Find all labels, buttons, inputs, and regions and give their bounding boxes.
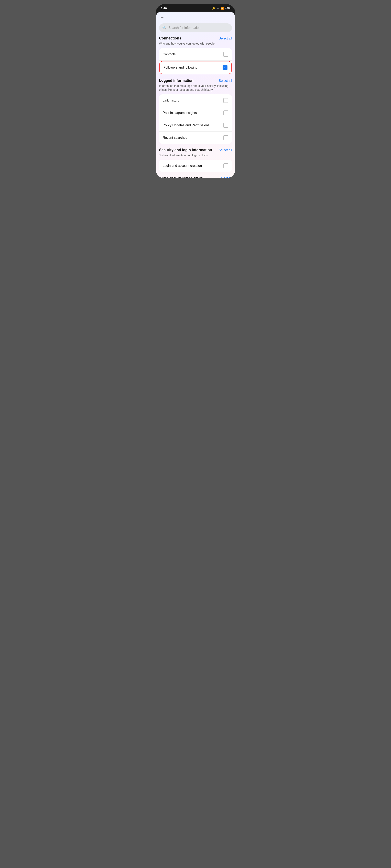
back-button[interactable]: ←	[156, 11, 168, 22]
apps-websites-title: Apps and websites off of Instagram	[159, 176, 208, 178]
logged-desc: Information that Meta logs about your ac…	[159, 84, 232, 92]
signal-icon: 📶	[221, 7, 224, 10]
security-header: Security and login information Select al…	[159, 148, 232, 152]
contacts-checkbox[interactable]	[223, 52, 228, 57]
recent-searches-checkbox[interactable]	[223, 135, 228, 140]
status-bar: 8:40 🔑 ▲ 📶 45%	[156, 4, 235, 11]
apps-websites-select-all[interactable]: Select all	[219, 176, 232, 178]
app-content: ← 🔍 Search for information Connections S…	[156, 11, 235, 178]
link-history-checkbox[interactable]	[223, 98, 228, 103]
followers-item[interactable]: Followers and following	[160, 61, 231, 74]
security-select-all[interactable]: Select all	[219, 148, 232, 152]
login-account-item[interactable]: Login and account creation	[159, 160, 232, 172]
past-insights-item[interactable]: Past Instagram Insights	[159, 107, 232, 119]
logged-card: Link history Past Instagram Insights Pol…	[159, 94, 232, 144]
logged-header: Logged information Select all	[159, 79, 232, 83]
section-logged: Logged information Select all Informatio…	[156, 79, 235, 148]
connections-card: Contacts Followers and following	[159, 48, 232, 74]
logged-select-all[interactable]: Select all	[219, 79, 232, 83]
login-account-checkbox[interactable]	[223, 163, 228, 168]
search-placeholder-text: Search for information	[168, 26, 200, 30]
policy-updates-item[interactable]: Policy Updates and Permissions	[159, 119, 232, 132]
past-insights-checkbox[interactable]	[223, 111, 228, 115]
link-history-item[interactable]: Link history	[159, 94, 232, 107]
connections-header: Connections Select all	[159, 36, 232, 40]
status-time: 8:40	[161, 6, 167, 10]
security-card: Login and account creation	[159, 160, 232, 172]
security-desc: Technical information and login activity	[159, 153, 232, 157]
battery-level: 45%	[225, 7, 230, 10]
phone-frame: 8:40 🔑 ▲ 📶 45% ← 🔍 Search for informatio…	[156, 4, 235, 178]
connections-title: Connections	[159, 36, 181, 40]
key-icon: 🔑	[212, 7, 216, 10]
contacts-label: Contacts	[163, 53, 175, 56]
policy-updates-checkbox[interactable]	[223, 123, 228, 128]
section-security: Security and login information Select al…	[156, 148, 235, 176]
section-apps-websites: Apps and websites off of Instagram Selec…	[156, 176, 235, 178]
connections-desc: Who and how you've connected with people	[159, 42, 232, 46]
connections-select-all[interactable]: Select all	[219, 36, 232, 40]
scroll-content[interactable]: ← 🔍 Search for information Connections S…	[156, 11, 235, 178]
login-account-label: Login and account creation	[163, 164, 202, 167]
followers-label: Followers and following	[164, 66, 197, 69]
section-connections: Connections Select all Who and how you'v…	[156, 36, 235, 79]
contacts-item[interactable]: Contacts	[159, 48, 232, 61]
followers-checkbox[interactable]	[223, 65, 227, 70]
back-arrow-icon: ←	[160, 15, 164, 20]
policy-updates-label: Policy Updates and Permissions	[163, 123, 210, 127]
search-icon: 🔍	[162, 26, 166, 30]
recent-searches-label: Recent searches	[163, 136, 187, 140]
past-insights-label: Past Instagram Insights	[163, 111, 197, 115]
status-icons: 🔑 ▲ 📶 45%	[212, 7, 230, 10]
search-bar[interactable]: 🔍 Search for information	[159, 23, 232, 32]
recent-searches-item[interactable]: Recent searches	[159, 132, 232, 144]
wifi-icon: ▲	[217, 7, 219, 10]
link-history-label: Link history	[163, 99, 179, 102]
apps-websites-header: Apps and websites off of Instagram Selec…	[159, 176, 232, 178]
logged-title: Logged information	[159, 79, 193, 83]
security-title: Security and login information	[159, 148, 212, 152]
